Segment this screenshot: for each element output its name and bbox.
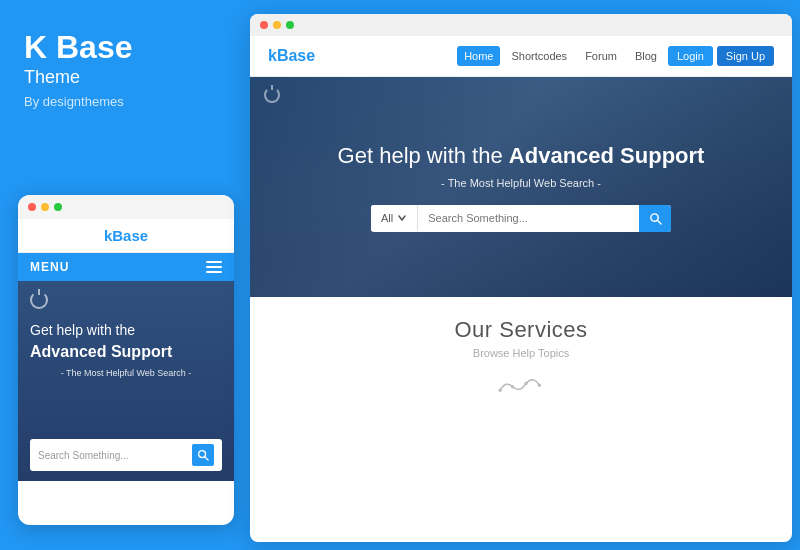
mobile-hero: Get help with the Advanced Support - The… xyxy=(18,281,234,481)
mobile-mockup: kBase MENU Get help with the Advanced Su… xyxy=(18,195,234,525)
search-category-label: All xyxy=(381,212,393,224)
wave-icon xyxy=(268,371,774,401)
desktop-top-bar xyxy=(250,14,792,36)
desktop-power-icon xyxy=(264,87,280,103)
mobile-menu-label: MENU xyxy=(30,260,69,274)
svg-point-4 xyxy=(499,389,502,392)
mobile-logo: kBase xyxy=(104,227,148,244)
svg-point-7 xyxy=(538,384,541,387)
svg-point-5 xyxy=(511,385,514,388)
brand-name: K Base Theme By designthemes xyxy=(24,30,224,109)
desktop-hero-sub: - The Most Helpful Web Search - xyxy=(441,177,601,189)
hamburger-icon[interactable] xyxy=(206,261,222,273)
desktop-search-input[interactable] xyxy=(418,205,639,231)
desktop-hero-title: Get help with the Advanced Support xyxy=(338,142,705,171)
desktop-hero: Get help with the Advanced Support - The… xyxy=(250,77,792,297)
mobile-hero-content: Get help with the Advanced Support - The… xyxy=(18,281,234,481)
desktop-logo: kBase xyxy=(268,47,315,65)
dot-green xyxy=(54,203,62,211)
nav-home[interactable]: Home xyxy=(457,46,500,66)
search-icon xyxy=(197,449,209,461)
desktop-below-hero: Our Services Browse Help Topics xyxy=(250,297,792,411)
services-title: Our Services xyxy=(268,317,774,343)
mobile-search-placeholder: Search Something... xyxy=(38,450,186,461)
mobile-top-bar xyxy=(18,195,234,219)
mobile-power-icon xyxy=(30,291,48,309)
dot-yellow xyxy=(41,203,49,211)
desktop-mockup: kBase Home Shortcodes Forum Blog Login S… xyxy=(250,14,792,542)
search-icon xyxy=(649,212,662,225)
mobile-logo-k: k xyxy=(104,227,112,244)
desktop-dot-green xyxy=(286,21,294,29)
mobile-menu-bar[interactable]: MENU xyxy=(18,253,234,281)
services-subtitle: Browse Help Topics xyxy=(268,347,774,359)
left-panel: K Base Theme By designthemes kBase MENU xyxy=(0,0,248,550)
chevron-down-icon xyxy=(397,213,407,223)
desktop-logo-k: k xyxy=(268,47,277,64)
desktop-search-button[interactable] xyxy=(639,205,671,232)
mobile-hero-sub: - The Most Helpful Web Search - xyxy=(30,368,222,378)
desktop-dot-yellow xyxy=(273,21,281,29)
signup-button[interactable]: Sign Up xyxy=(717,46,774,66)
mobile-hero-text: Get help with the Advanced Support xyxy=(30,321,172,363)
nav-blog[interactable]: Blog xyxy=(628,46,664,66)
dot-red xyxy=(28,203,36,211)
desktop-navbar: kBase Home Shortcodes Forum Blog Login S… xyxy=(250,36,792,77)
search-category-dropdown[interactable]: All xyxy=(371,205,418,231)
svg-point-6 xyxy=(524,382,527,385)
svg-line-3 xyxy=(657,220,661,224)
mobile-search-button[interactable] xyxy=(192,444,214,466)
desktop-dot-red xyxy=(260,21,268,29)
login-button[interactable]: Login xyxy=(668,46,713,66)
desktop-hero-content: Get help with the Advanced Support - The… xyxy=(250,77,792,297)
services-wave-svg xyxy=(496,371,546,401)
nav-forum[interactable]: Forum xyxy=(578,46,624,66)
svg-line-1 xyxy=(205,457,208,460)
desktop-search-row[interactable]: All xyxy=(371,205,671,232)
nav-shortcodes[interactable]: Shortcodes xyxy=(504,46,574,66)
mobile-nav: kBase xyxy=(18,219,234,253)
mobile-search-bar[interactable]: Search Something... xyxy=(30,439,222,471)
nav-links: Home Shortcodes Forum Blog Login Sign Up xyxy=(457,46,774,66)
